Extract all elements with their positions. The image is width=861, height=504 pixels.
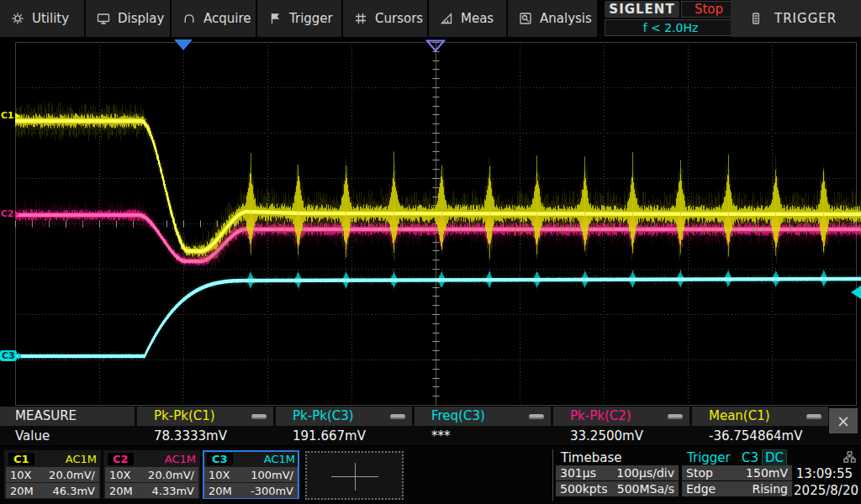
run-state-badge[interactable]: Stop bbox=[681, 1, 737, 18]
channel-2-descriptor-box[interactable]: C2 AC1M 10X20.0mV/ 20M4.33mV bbox=[103, 450, 200, 499]
probe-attenuation: 10X bbox=[10, 469, 31, 481]
trigger-level-marker[interactable] bbox=[851, 286, 861, 299]
bandwidth-limit: 20M bbox=[209, 485, 232, 497]
menu-item-label: Utility bbox=[32, 11, 69, 26]
measure-header-pkpk-c2[interactable]: Pk-Pk(C2) bbox=[553, 407, 689, 426]
vertical-offset: 4.33mV bbox=[151, 485, 194, 497]
time-readout: 13:09:55 bbox=[796, 466, 853, 481]
menu-item-meas[interactable]: Meas bbox=[429, 0, 506, 37]
waveform-display[interactable] bbox=[0, 39, 861, 408]
timebase-delay: 301µs bbox=[560, 466, 596, 480]
trigger-descriptor-box[interactable]: Trigger C3 DC Stop150mV EdgeRising bbox=[682, 450, 792, 499]
brand-logo: SIGLENT bbox=[605, 1, 679, 18]
channel-id-badge: C3 bbox=[207, 453, 233, 465]
sample-rate: 500MSa/s bbox=[617, 482, 674, 496]
measure-header-pkpk-c1[interactable]: Pk-Pk(C1) bbox=[137, 407, 273, 426]
status-cluster: SIGLENT Stop f < 2.0Hz bbox=[605, 0, 737, 37]
menu-item-label: Display bbox=[118, 11, 164, 26]
trigger-level: 150mV bbox=[746, 466, 788, 480]
remove-measure-button[interactable] bbox=[668, 414, 683, 419]
trigger-delay-marker[interactable] bbox=[425, 39, 446, 52]
magnifier-box-icon bbox=[519, 12, 532, 25]
channel-1-position-tag[interactable]: C1 bbox=[1, 109, 19, 122]
trigger-type: Edge bbox=[686, 482, 716, 496]
trigger-frequency-readout: f < 2.0Hz bbox=[605, 19, 737, 36]
menu-item-label: Meas bbox=[461, 11, 494, 26]
gear-icon bbox=[11, 12, 24, 25]
menu-item-label: Trigger bbox=[289, 11, 333, 26]
channel-coupling: AC1M bbox=[165, 453, 196, 465]
remove-measure-button[interactable] bbox=[529, 414, 544, 419]
memory-depth: 500kpts bbox=[560, 482, 608, 496]
ruler-triangle-icon bbox=[440, 12, 453, 25]
vertical-offset: -300mV bbox=[251, 485, 293, 497]
trigger-coupling-badge: DC bbox=[762, 449, 787, 466]
right-arrow-icon bbox=[15, 113, 19, 119]
trigger-status: Stop bbox=[686, 466, 713, 480]
timebase-descriptor-box[interactable]: Timebase 301µs100µs/div 500kpts500MSa/s bbox=[556, 450, 679, 499]
vertical-scale: 100mV/ bbox=[251, 469, 293, 481]
oscilloscope-screen: Utility Display Acquire Trigger Cursors … bbox=[0, 0, 861, 504]
date-readout: 2025/8/20 bbox=[794, 483, 858, 498]
menu-item-trigger[interactable]: Trigger bbox=[257, 0, 341, 37]
remove-measure-button[interactable] bbox=[390, 414, 405, 419]
divider bbox=[552, 449, 553, 501]
menu-item-acquire[interactable]: Acquire bbox=[172, 0, 256, 37]
vertical-offset: 46.3mV bbox=[52, 485, 95, 497]
network-lan-icon bbox=[843, 450, 856, 464]
measure-header-mean-c1[interactable]: Mean(C1) bbox=[692, 407, 828, 426]
channel-id-badge: C2 bbox=[108, 453, 134, 465]
vertical-scale: 20.0mV/ bbox=[49, 469, 95, 481]
right-arrow-icon bbox=[18, 353, 22, 360]
crosshair-icon bbox=[355, 463, 356, 491]
trigger-source: C3 bbox=[742, 450, 758, 465]
measure-value: 191.667mV bbox=[276, 427, 412, 445]
channel-3-position-tag[interactable]: C3 bbox=[0, 349, 22, 362]
right-arrow-icon bbox=[15, 211, 19, 218]
menu-item-analysis[interactable]: Analysis bbox=[508, 0, 597, 37]
remove-measure-button[interactable] bbox=[806, 414, 821, 419]
bandwidth-limit: 20M bbox=[109, 485, 133, 497]
menu-item-label: Acquire bbox=[203, 11, 251, 26]
channel-coupling: AC1M bbox=[66, 453, 97, 465]
channel-coupling: AC1M bbox=[264, 453, 295, 465]
menu-item-display[interactable]: Display bbox=[86, 0, 170, 37]
probe-attenuation: 10X bbox=[209, 469, 230, 481]
vertical-scale: 20.0mV/ bbox=[148, 469, 194, 481]
trigger-menu-button[interactable]: TRIGGER bbox=[731, 0, 861, 37]
trigger-panel-label: TRIGGER bbox=[774, 11, 837, 26]
measure-header-freq-c3[interactable]: Freq(C3) bbox=[415, 407, 551, 426]
bandwidth-limit: 20M bbox=[10, 485, 34, 497]
channel-2-position-tag[interactable]: C2 bbox=[1, 207, 19, 220]
add-channel-placeholder[interactable] bbox=[305, 451, 404, 500]
measure-value-row-label: Value bbox=[0, 427, 135, 445]
menu-item-utility[interactable]: Utility bbox=[0, 0, 84, 37]
channel-1-descriptor-box[interactable]: C1 AC1M 10X20.0mV/ 20M46.3mV bbox=[4, 450, 101, 499]
trigger-position-marker[interactable] bbox=[174, 39, 193, 50]
grid-cursors-icon bbox=[354, 12, 367, 25]
channel-id-badge: C1 bbox=[8, 453, 34, 465]
measure-header-pkpk-c3[interactable]: Pk-Pk(C3) bbox=[276, 407, 412, 426]
measure-value: 78.3333mV bbox=[137, 427, 273, 445]
monitor-icon bbox=[97, 12, 110, 25]
list-icon bbox=[749, 12, 763, 25]
trigger-slope: Rising bbox=[752, 482, 788, 496]
flag-icon bbox=[268, 12, 282, 25]
menu-item-cursors[interactable]: Cursors bbox=[343, 0, 427, 37]
measure-value: *** bbox=[415, 427, 551, 445]
bottom-status-bar: C1 AC1M 10X20.0mV/ 20M46.3mV C2 AC1M 10X… bbox=[0, 447, 861, 504]
channel-3-descriptor-box[interactable]: C3 AC1M 10X100mV/ 20M-300mV bbox=[203, 450, 299, 499]
menu-item-label: Cursors bbox=[375, 11, 423, 26]
timebase-title: Timebase bbox=[561, 450, 621, 465]
remove-measure-button[interactable] bbox=[251, 414, 267, 419]
measure-strip: MEASURE Pk-Pk(C1) Pk-Pk(C3) Freq(C3) Pk-… bbox=[0, 407, 861, 445]
clock-panel[interactable]: 13:09:55 2025/8/20 bbox=[794, 449, 861, 502]
probe-attenuation: 10X bbox=[109, 469, 130, 481]
measure-title: MEASURE bbox=[0, 407, 135, 426]
trigger-title: Trigger bbox=[687, 450, 731, 465]
measure-value: -36.754864mV bbox=[692, 427, 828, 445]
acquire-arch-icon bbox=[182, 12, 196, 25]
menu-item-label: Analysis bbox=[540, 11, 592, 26]
measure-close-button[interactable]: × bbox=[829, 408, 858, 433]
measure-value: 33.2500mV bbox=[553, 427, 689, 445]
